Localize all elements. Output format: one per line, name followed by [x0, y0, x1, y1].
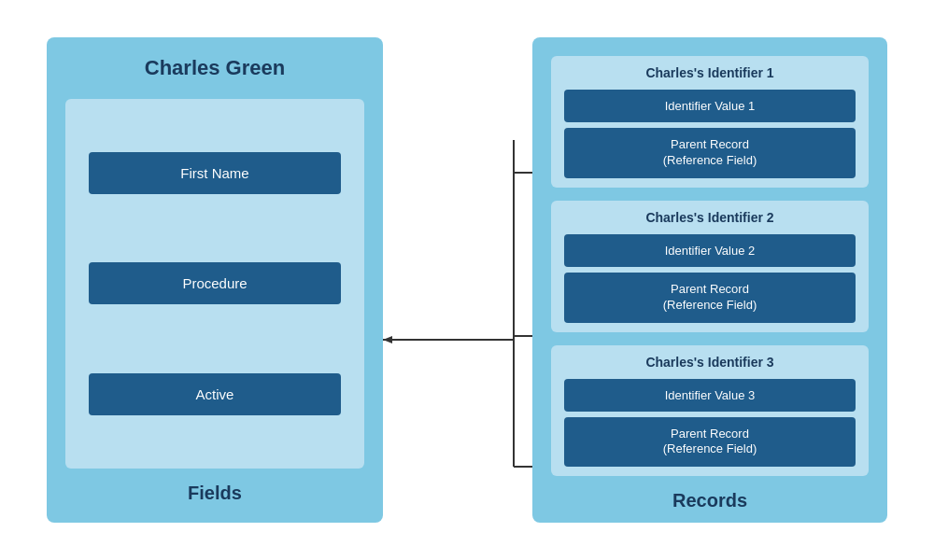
fields-label: Fields: [188, 483, 242, 504]
parent-record-3-button[interactable]: Parent Record(Reference Field): [564, 417, 856, 468]
record-card-1: Charles's Identifier 1 Identifier Value …: [551, 56, 869, 188]
parent-record-2-button[interactable]: Parent Record(Reference Field): [564, 273, 856, 323]
record-1-title: Charles's Identifier 1: [564, 65, 856, 80]
record-card-3: Charles's Identifier 3 Identifier Value …: [551, 345, 869, 477]
svg-marker-3: [383, 336, 392, 343]
identifier-value-3-button[interactable]: Identifier Value 3: [564, 379, 856, 412]
records-list: Charles's Identifier 1 Identifier Value …: [551, 56, 869, 476]
first-name-button[interactable]: First Name: [89, 152, 341, 194]
left-panel: Charles Green First Name Procedure Activ…: [47, 37, 383, 523]
record-3-title: Charles's Identifier 3: [564, 355, 856, 370]
records-label: Records: [672, 490, 747, 511]
identifier-value-1-button[interactable]: Identifier Value 1: [564, 90, 856, 122]
fields-inner-box: First Name Procedure Active: [65, 99, 364, 469]
record-card-2: Charles's Identifier 2 Identifier Value …: [551, 201, 869, 332]
procedure-button[interactable]: Procedure: [89, 262, 341, 304]
identifier-value-2-button[interactable]: Identifier Value 2: [564, 234, 856, 267]
parent-record-1-button[interactable]: Parent Record(Reference Field): [564, 128, 856, 178]
active-button[interactable]: Active: [89, 373, 341, 415]
left-panel-title: Charles Green: [145, 56, 285, 80]
diagram-container: Charles Green First Name Procedure Activ…: [19, 19, 915, 541]
record-2-title: Charles's Identifier 2: [564, 210, 856, 225]
right-panel: Charles's Identifier 1 Identifier Value …: [532, 37, 887, 523]
